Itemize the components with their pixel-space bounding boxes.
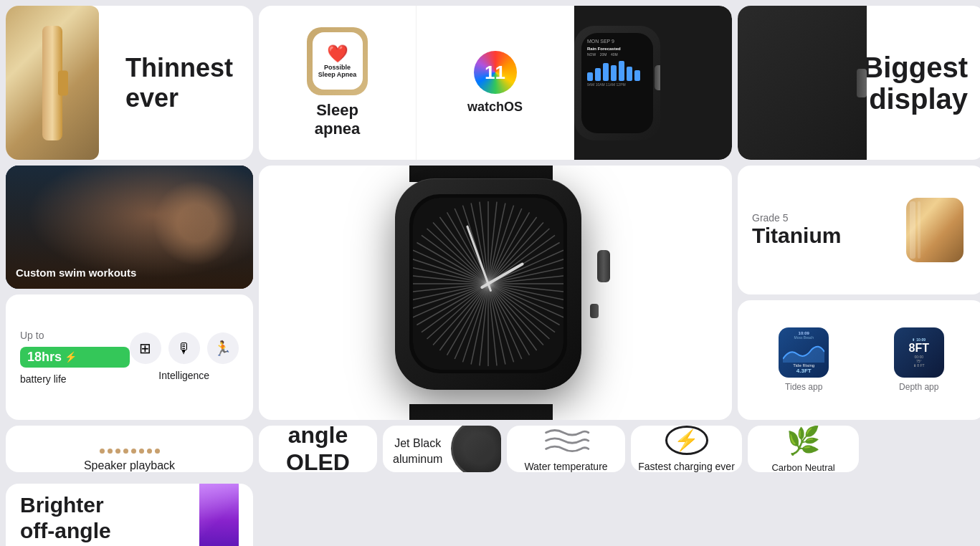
charging-card: ⚡ Fastest charging ever <box>631 426 742 472</box>
brighter-text: Brighter off-angle <box>20 492 111 544</box>
watchos-logo: 11 <box>474 51 517 94</box>
watch-digital-crown <box>597 250 610 282</box>
phone-preview <box>160 484 253 547</box>
watch-body <box>395 178 581 390</box>
jetblack-card: Jet Black aluminum <box>383 426 501 472</box>
weather-bars <box>587 59 647 81</box>
watch-preview-body: MON SEP 9 Rain Forecasted NOW 20M 40M <box>574 26 660 140</box>
water-temp-card: Water temperature <box>507 426 625 472</box>
depth-label: Depth app <box>899 382 938 392</box>
depth-watch-image: ⬆10:09 8FT 00:00 75° ⬇ 8 FT <box>894 327 944 378</box>
weather-screen: MON SEP 9 Rain Forecasted NOW 20M 40M <box>581 33 653 133</box>
sleep-watch-image: ❤️ Possible Sleep Apnea <box>307 27 368 95</box>
swim-card: Custom swim workouts <box>6 166 253 289</box>
weather-display: MON SEP 9 Rain Forecasted NOW 20M 40M <box>587 39 647 87</box>
carbon-card: 🌿 Carbon Neutral <box>748 426 859 472</box>
sleep-screen-text: Possible Sleep Apnea <box>317 64 358 78</box>
watchos-label: watchOS <box>467 100 523 115</box>
tides-watch-image: 10:09 Moss Beach Tide Rising 4.3FT <box>779 327 829 378</box>
speaker-label: Speaker playback <box>84 459 175 472</box>
charging-bolt-icon: ⚡ <box>665 426 708 455</box>
battery-life-label: battery life <box>20 373 130 385</box>
main-watch <box>381 171 610 415</box>
titanium-watch-image <box>885 198 971 262</box>
carbon-label: Carbon Neutral <box>771 462 834 472</box>
watch-band-bottom <box>409 404 553 421</box>
intelligence-label: Intelligence <box>158 370 209 381</box>
charging-label: Fastest charging ever <box>638 461 735 472</box>
tides-wave-svg <box>783 341 824 363</box>
watch-side-image <box>6 6 99 160</box>
svg-rect-64 <box>910 201 915 259</box>
swim-label: Custom swim workouts <box>16 267 136 279</box>
speaker-card: Speaker playback <box>6 426 253 472</box>
grade-label: Grade 5 <box>752 212 841 224</box>
translate-icon: ⊞ <box>130 332 161 364</box>
watch-rays-svg <box>413 198 563 370</box>
digital-crown-closeup <box>451 426 501 472</box>
depth-app-item: ⬆10:09 8FT 00:00 75° ⬇ 8 FT Depth app <box>865 327 974 392</box>
biggest-display-card: Biggest display <box>738 6 980 160</box>
sleep-apnea-card: ❤️ Possible Sleep Apnea Sleep apnea <box>259 6 417 160</box>
main-watch-card <box>259 166 732 420</box>
battery-card: Up to 18hrs ⚡ battery life ⊞ 🎙 🏃 Intelli… <box>6 294 253 421</box>
watch-face <box>413 198 563 370</box>
battery-icon: ⚡ <box>65 351 77 363</box>
top-middle-card: ❤️ Possible Sleep Apnea Sleep apnea 11 w… <box>259 6 732 160</box>
depth-background: ⬆10:09 8FT 00:00 75° ⬇ 8 FT <box>894 327 944 378</box>
titanium-band-svg <box>885 198 971 262</box>
thinnest-card: Thinnest ever <box>6 6 253 160</box>
sleep-watch-screen: ❤️ Possible Sleep Apnea <box>313 32 363 90</box>
watchos-number: 11 <box>485 62 505 84</box>
figure-icon: 🏃 <box>207 332 239 364</box>
weather-preview-card: MON SEP 9 Rain Forecasted NOW 20M 40M <box>574 6 732 160</box>
water-temp-svg <box>538 426 595 455</box>
battery-badge: 18hrs ⚡ <box>20 347 130 368</box>
tides-app-item: 10:09 Moss Beach Tide Rising 4.3FT Tides… <box>749 327 859 392</box>
titanium-text-area: Grade 5 Titanium <box>752 212 841 248</box>
apps-card: 10:09 Moss Beach Tide Rising 4.3FT Tides… <box>738 300 980 421</box>
titanium-card: Grade 5 Titanium <box>738 166 980 294</box>
thinnest-text: Thinnest ever <box>125 53 233 112</box>
biggest-display-text: Biggest display <box>862 52 968 115</box>
biggest-watch-preview <box>738 6 867 160</box>
svg-rect-65 <box>918 201 920 259</box>
watch-crown <box>655 65 660 90</box>
oled-text: Wide-angle OLED display <box>259 426 377 472</box>
up-to-label: Up to <box>20 330 130 341</box>
watch-side-body <box>42 26 62 140</box>
speaker-dots <box>100 449 160 454</box>
jetblack-text: Jet Black aluminum <box>393 436 442 468</box>
mic-icon: 🎙 <box>168 332 200 364</box>
brighter-card: Brighter off-angle <box>6 484 253 547</box>
intelligence-icons: ⊞ 🎙 🏃 <box>130 332 239 364</box>
intelligence-section: ⊞ 🎙 🏃 Intelligence <box>130 332 239 381</box>
left-col2: Custom swim workouts Up to 18hrs ⚡ batte… <box>6 166 253 420</box>
crown-button <box>857 69 867 97</box>
side-button <box>590 304 599 318</box>
titanium-label: Titanium <box>752 224 841 248</box>
watchos-card: 11 watchOS <box>417 6 574 160</box>
depth-number: 8FT <box>909 342 929 355</box>
leaf-icon: 🌿 <box>786 426 820 456</box>
speaker-visual <box>80 426 180 454</box>
phone-body <box>199 484 239 547</box>
person-silhouette <box>153 180 239 266</box>
tides-label: Tides app <box>785 382 822 392</box>
water-temp-label: Water temperature <box>524 461 607 472</box>
sleep-apnea-label: Sleep apnea <box>315 101 361 139</box>
bottom-row: Brighter off-angle <box>6 426 980 546</box>
watch-screen <box>409 194 567 373</box>
battery-info: Up to 18hrs ⚡ battery life <box>20 330 130 385</box>
right-col2: Grade 5 Titanium <box>738 166 980 420</box>
tides-background: 10:09 Moss Beach Tide Rising 4.3FT <box>779 327 829 378</box>
oled-card: Wide-angle OLED display <box>259 426 377 472</box>
heart-icon: ❤️ <box>327 44 348 64</box>
